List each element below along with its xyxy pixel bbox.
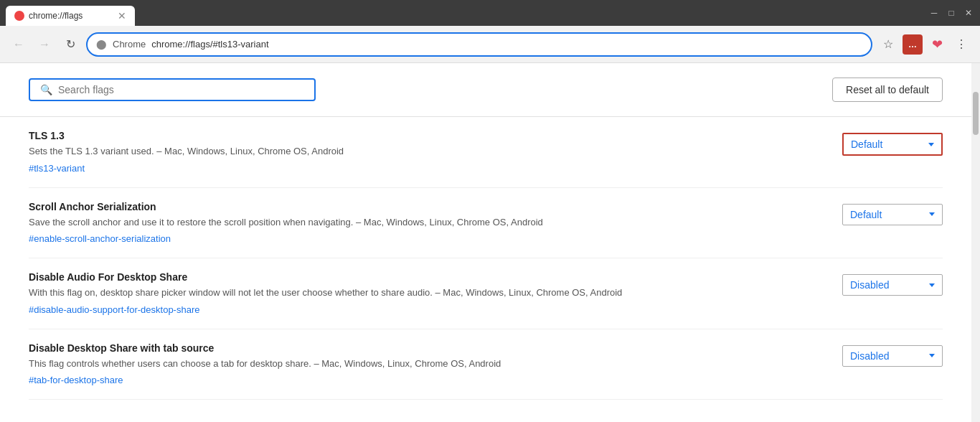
flag-select-3[interactable]: DefaultEnabledDisabled (842, 345, 943, 367)
tab-favicon (14, 11, 24, 21)
forward-button[interactable]: → (34, 34, 55, 55)
flag-item-3: Disable Desktop Share with tab sourceThi… (29, 329, 943, 400)
address-bar[interactable]: ⬤ Chrome chrome://flags/#tls13-variant (86, 32, 872, 57)
flag-title-3: Disable Desktop Share with tab source (29, 342, 828, 354)
flag-control-3: DefaultEnabledDisabled (842, 342, 943, 367)
nav-bar: ← → ↻ ⬤ Chrome chrome://flags/#tls13-var… (0, 26, 980, 63)
flag-item-1: Scroll Anchor SerializationSave the scro… (29, 188, 943, 259)
address-bar-icon: ⬤ (96, 39, 107, 50)
flag-item-0: TLS 1.3Sets the TLS 1.3 variant used. – … (29, 117, 943, 188)
address-bar-url: chrome://flags/#tls13-variant (151, 39, 268, 50)
nav-right-controls: ☆ … ❤ ⋮ (878, 34, 971, 55)
flag-info-3: Disable Desktop Share with tab sourceThi… (29, 342, 828, 387)
flag-select-0[interactable]: DefaultEnabledDisabled (842, 133, 943, 156)
flag-title-1: Scroll Anchor Serialization (29, 201, 828, 212)
flag-desc-3: This flag controls whether users can cho… (29, 357, 828, 371)
flag-control-0: DefaultEnabledDisabled (842, 130, 943, 156)
flag-link-2[interactable]: #disable-audio-support-for-desktop-share (29, 304, 199, 315)
scrollbar[interactable] (971, 63, 980, 422)
search-box: 🔍 (29, 78, 316, 101)
window-controls: ─ □ ✕ (928, 7, 974, 19)
flag-link-0[interactable]: #tls13-variant (29, 163, 85, 174)
flag-select-1[interactable]: DefaultEnabledDisabled (842, 204, 943, 225)
search-input[interactable] (58, 84, 304, 95)
close-window-button[interactable]: ✕ (963, 7, 974, 19)
active-tab[interactable]: chrome://flags ✕ (6, 6, 135, 26)
search-icon: 🔍 (40, 84, 52, 95)
title-bar: chrome://flags ✕ ─ □ ✕ (0, 0, 980, 26)
flag-title-2: Disable Audio For Desktop Share (29, 271, 828, 283)
flag-item-2: Disable Audio For Desktop ShareWith this… (29, 258, 943, 329)
extension-button-1[interactable]: … (903, 34, 923, 55)
flag-select-2[interactable]: DefaultEnabledDisabled (842, 274, 943, 296)
address-bar-prefix: Chrome (113, 39, 146, 50)
tab-title: chrome://flags (29, 11, 83, 21)
page-content: 🔍 Reset all to default TLS 1.3Sets the T… (0, 63, 980, 422)
flag-link-1[interactable]: #enable-scroll-anchor-serialization (29, 233, 171, 244)
flag-desc-0: Sets the TLS 1.3 variant used. – Mac, Wi… (29, 144, 828, 159)
back-button[interactable]: ← (9, 34, 29, 55)
flag-info-2: Disable Audio For Desktop ShareWith this… (29, 271, 828, 316)
reload-button[interactable]: ↻ (60, 34, 80, 55)
tab-close-button[interactable]: ✕ (118, 10, 126, 22)
flag-info-0: TLS 1.3Sets the TLS 1.3 variant used. – … (29, 130, 828, 174)
chrome-menu-button[interactable]: ⋮ (951, 34, 971, 55)
scrollbar-thumb[interactable] (973, 92, 979, 135)
flag-link-3[interactable]: #tab-for-desktop-share (29, 375, 123, 385)
flag-desc-1: Save the scroll anchor and use it to res… (29, 215, 828, 230)
flag-desc-2: With this flag on, desktop share picker … (29, 286, 828, 300)
tab-area: chrome://flags ✕ (6, 0, 135, 26)
reset-all-button[interactable]: Reset all to default (832, 78, 943, 102)
extension-button-2[interactable]: ❤ (927, 34, 947, 55)
maximize-button[interactable]: □ (946, 7, 957, 19)
flag-control-1: DefaultEnabledDisabled (842, 201, 943, 225)
flags-list: TLS 1.3Sets the TLS 1.3 variant used. – … (0, 117, 971, 400)
main-area: 🔍 Reset all to default TLS 1.3Sets the T… (0, 63, 971, 422)
flag-info-1: Scroll Anchor SerializationSave the scro… (29, 201, 828, 245)
search-area: 🔍 Reset all to default (0, 63, 971, 117)
minimize-button[interactable]: ─ (928, 7, 940, 19)
bookmark-star-button[interactable]: ☆ (878, 34, 898, 55)
flag-control-2: DefaultEnabledDisabled (842, 271, 943, 296)
flag-title-0: TLS 1.3 (29, 130, 828, 141)
